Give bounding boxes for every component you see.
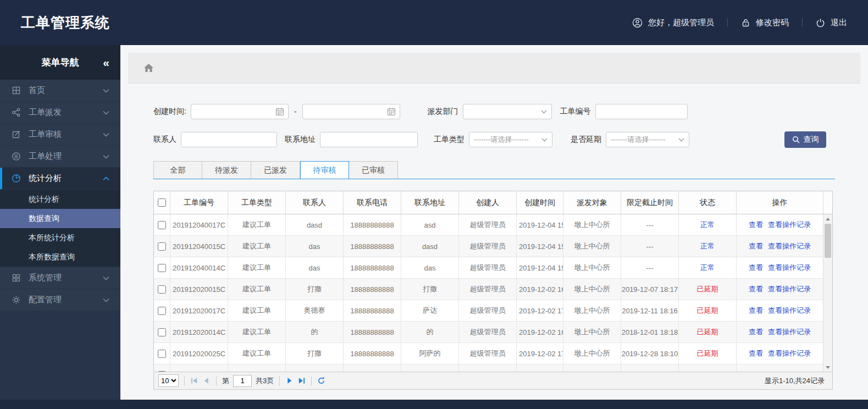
dispatch-dept-label: 派发部门 <box>428 107 458 117</box>
view-log-link[interactable]: 查看操作记录 <box>768 284 811 294</box>
cell-creator: 超级管理员 <box>459 236 517 257</box>
scroll-up-button[interactable] <box>823 214 832 223</box>
view-log-link[interactable]: 查看操作记录 <box>768 327 811 337</box>
sidebar-subitem-local-stat-analysis[interactable]: 本所统计分析 <box>0 228 120 247</box>
change-password-button[interactable]: 修改密码 <box>741 18 789 28</box>
status-text: 正常 <box>700 241 715 251</box>
tab-dispatched[interactable]: 已派发 <box>251 161 300 179</box>
view-log-link[interactable]: 查看操作记录 <box>768 220 811 230</box>
create-time-end-input[interactable] <box>307 104 387 119</box>
cell-address <box>401 364 459 372</box>
view-link[interactable]: 查看 <box>749 241 763 251</box>
sidebar-item-dispatch[interactable]: 工单派发 <box>0 102 120 124</box>
status-text: 已延期 <box>697 284 718 294</box>
tab-to-dispatch[interactable]: 待派发 <box>202 161 251 179</box>
order-no-input[interactable] <box>595 104 688 119</box>
logout-button[interactable]: 退出 <box>816 18 847 28</box>
row-checkbox[interactable] <box>158 264 166 272</box>
topbar-divider <box>727 18 728 27</box>
chevron-down-icon <box>103 298 109 302</box>
row-checkbox[interactable] <box>158 350 166 358</box>
cell-deadline: 2018-12-01 18:18 <box>621 322 679 342</box>
sidebar-subitem-local-data-query[interactable]: 本所数据查询 <box>0 247 120 267</box>
sidebar-item-system[interactable]: 系统管理 <box>0 267 120 289</box>
row-checkbox[interactable] <box>158 307 166 315</box>
sidebar-item-review[interactable]: 工单审核 <box>0 124 120 146</box>
search-button[interactable]: 查询 <box>784 131 826 148</box>
chevron-down-icon <box>541 138 548 142</box>
cell-created: 2019-12-04 15 <box>517 236 563 257</box>
view-link[interactable]: 查看 <box>749 263 763 273</box>
view-link[interactable]: 查看 <box>749 349 763 358</box>
tab-to-review[interactable]: 待审核 <box>300 161 349 179</box>
cell-address: das <box>401 257 459 278</box>
view-log-link[interactable]: 查看操作记录 <box>768 263 811 273</box>
grid-tiles-icon <box>11 273 21 283</box>
calendar-icon[interactable] <box>387 107 396 116</box>
sidebar-item-home[interactable]: 首页 <box>0 80 120 102</box>
row-checkbox[interactable] <box>158 328 166 336</box>
cell-actions: 查看 查看操作记录 <box>737 279 823 300</box>
table-scrollbar[interactable] <box>823 214 832 372</box>
delay-value: -------请选择------- <box>611 135 666 145</box>
view-link[interactable]: 查看 <box>749 306 763 316</box>
cell-actions <box>737 364 823 372</box>
view-link[interactable]: 查看 <box>749 327 763 337</box>
order-type-select[interactable]: -------请选择------- <box>469 132 552 147</box>
row-checkbox[interactable] <box>158 371 166 372</box>
view-log-link[interactable]: 查看操作记录 <box>768 349 811 358</box>
row-checkbox[interactable] <box>158 242 166 251</box>
calendar-icon[interactable] <box>275 107 284 116</box>
scroll-down-button[interactable] <box>823 363 832 372</box>
col-target: 派发对象 <box>563 191 621 214</box>
home-icon[interactable] <box>143 63 154 73</box>
create-time-start-input[interactable] <box>195 104 275 119</box>
sidebar-subitem-data-query[interactable]: 数据查询 <box>0 209 120 228</box>
cell-order-type <box>228 364 286 372</box>
cell-address: 打撒 <box>401 279 459 300</box>
sidebar-item-statistics[interactable]: 统计分析 <box>0 168 120 190</box>
tab-all[interactable]: 全部 <box>153 161 202 179</box>
delay-select[interactable]: -------请选择------- <box>606 132 689 147</box>
collapse-sidebar-button[interactable]: « <box>103 56 108 69</box>
cell-actions: 查看 查看操作记录 <box>737 257 823 278</box>
view-log-link[interactable]: 查看操作记录 <box>768 306 811 316</box>
next-page-button[interactable] <box>285 377 294 385</box>
last-page-button[interactable] <box>297 377 306 385</box>
gear-icon <box>11 295 21 305</box>
order-type-value: -------请选择------- <box>474 135 529 145</box>
row-checkbox[interactable] <box>158 285 166 294</box>
sidebar-item-config[interactable]: 配置管理 <box>0 289 120 311</box>
sidebar-subitem-stat-analysis[interactable]: 统计分析 <box>0 190 120 209</box>
contact-input[interactable] <box>181 132 277 147</box>
records-summary: 显示1-10,共24记录 <box>765 376 825 386</box>
dispatch-dept-select[interactable] <box>463 104 552 119</box>
first-page-button[interactable] <box>190 377 198 385</box>
cell-contact: 的 <box>286 322 344 342</box>
cell-deadline: --- <box>621 214 679 235</box>
select-all-checkbox[interactable] <box>158 198 166 207</box>
view-link[interactable]: 查看 <box>749 284 763 294</box>
main-content: 创建时间: - 派发部门 工单编号 <box>120 45 868 400</box>
cell-target <box>563 364 621 372</box>
page-size-select[interactable]: 10 <box>158 374 179 387</box>
page-number-input[interactable] <box>233 375 252 387</box>
cell-address: 的 <box>401 322 459 342</box>
cell-target: 墩上中心所 <box>563 236 621 257</box>
tab-reviewed[interactable]: 已审核 <box>349 161 398 179</box>
refresh-button[interactable] <box>317 377 325 385</box>
col-order-type: 工单类型 <box>228 191 286 214</box>
sidebar-item-process[interactable]: 工单处理 <box>0 146 120 168</box>
prev-page-button[interactable] <box>202 377 211 385</box>
col-address: 联系地址 <box>401 191 459 214</box>
scrollbar-thumb[interactable] <box>825 224 831 258</box>
view-link[interactable]: 查看 <box>749 220 763 230</box>
sidebar-item-label: 工单派发 <box>29 107 62 118</box>
view-log-link[interactable]: 查看操作记录 <box>768 241 811 251</box>
pie-chart-icon <box>11 174 21 184</box>
cell-target: 墩上中心所 <box>563 343 621 364</box>
address-input[interactable] <box>320 132 418 147</box>
table-row: 201912040014C 建议工单 das 18888888888 das 超… <box>154 257 823 279</box>
user-greeting[interactable]: 您好，超级管理员 <box>632 18 714 28</box>
row-checkbox[interactable] <box>158 221 166 229</box>
